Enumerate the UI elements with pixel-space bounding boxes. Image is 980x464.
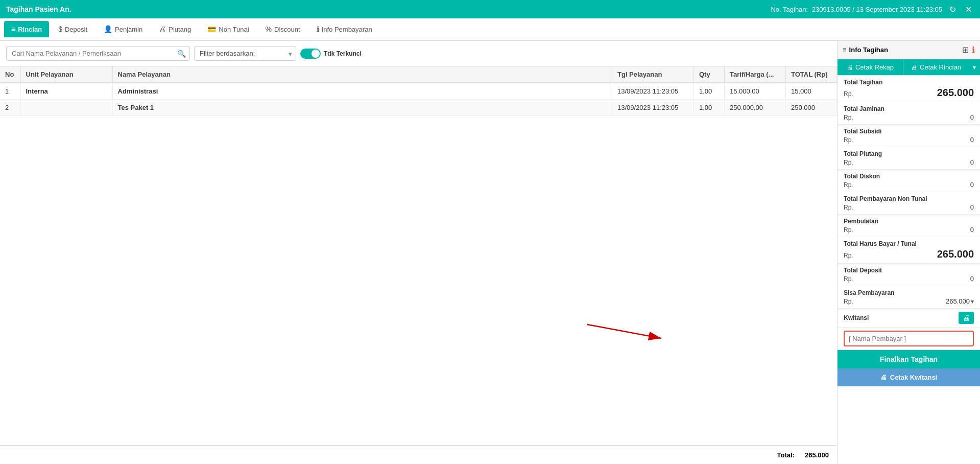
summary-currency-0: Rp.	[844, 90, 853, 98]
toggle-wrap: Tdk Terkunci	[300, 49, 362, 59]
summary-currency-7: Rp.	[844, 252, 853, 259]
table-wrap: No Unit Pelayanan Nama Pelayanan Tgl Pel…	[0, 66, 837, 445]
invoice-label: No. Tagihan: 230913.0005 / 13 September …	[771, 6, 942, 13]
search-wrap: 🔍	[6, 46, 190, 61]
summary-label-2: Total Subsidi	[844, 128, 974, 135]
filter-select[interactable]: Filter berdasarkan:	[194, 46, 296, 61]
cell-no: 2	[0, 100, 20, 116]
summary-value-6: 0	[970, 226, 974, 234]
summary-value-1: 0	[970, 113, 974, 121]
cell-tarif: 15.000,00	[725, 83, 786, 100]
summary-label-0: Total Tagihan	[844, 79, 974, 86]
tab-rincian[interactable]: ≡ Rincian	[4, 21, 49, 37]
tab-info-pembayaran[interactable]: ℹ Info Pembayaran	[309, 21, 379, 37]
info-icon: ℹ	[317, 25, 319, 33]
summary-label-8: Total Deposit	[844, 267, 974, 274]
rincian-icon: ≡	[11, 25, 15, 33]
non-tunai-icon: 💳	[207, 25, 216, 33]
summary-item-6: PembulatanRp.0	[838, 215, 980, 237]
summary-currency-3: Rp.	[844, 159, 853, 166]
filter-wrap: Filter berdasarkan: ▾	[194, 46, 296, 61]
panel-header: ≡ Info Tagihan ⊞ ℹ	[838, 41, 980, 59]
page-title: Tagihan Pasien An.	[6, 5, 71, 13]
col-tarif: Tarif/Harga (...	[725, 66, 786, 83]
col-no: No	[0, 66, 20, 83]
cell-tgl: 13/09/2023 11:23:05	[612, 83, 694, 100]
summary-value-2: 0	[970, 136, 974, 144]
info-circle-icon[interactable]: ℹ	[972, 45, 975, 55]
printer3-icon: 🖨	[880, 374, 887, 381]
table-body: 1InternaAdministrasi13/09/2023 11:23:051…	[0, 83, 837, 116]
summary-label-3: Total Piutang	[844, 150, 974, 157]
cetak-rincian-button[interactable]: 🖨 Cetak Rincian	[903, 59, 969, 75]
col-tgl: Tgl Pelayanan	[612, 66, 694, 83]
print-buttons: 🖨 Cetak Rekap 🖨 Cetak Rincian ▾	[838, 59, 980, 76]
tab-non-tunai[interactable]: 💳 Non Tunai	[200, 21, 256, 37]
deposit-icon: $	[58, 25, 62, 33]
cell-unit: Interna	[20, 83, 112, 100]
table-header: No Unit Pelayanan Nama Pelayanan Tgl Pel…	[0, 66, 837, 83]
summary-value-8: 0	[970, 275, 974, 283]
summary-value-3: 0	[970, 158, 974, 166]
col-unit: Unit Pelayanan	[20, 66, 112, 83]
summary-label-7: Total Harus Bayar / Tunai	[844, 240, 974, 247]
cell-nama: Administrasi	[112, 83, 612, 100]
summary-currency-8: Rp.	[844, 275, 853, 283]
tab-discount[interactable]: % Discount	[258, 21, 307, 37]
summary-item-8: Total DepositRp.0	[838, 264, 980, 286]
summary-item-0: Total TagihanRp.265.000	[838, 76, 980, 102]
kwitansi-section: Kwitansi 🖨	[838, 309, 980, 328]
summary-value-9: 265.000	[946, 297, 970, 305]
table-row: 1InternaAdministrasi13/09/2023 11:23:051…	[0, 83, 837, 100]
summary-label-9: Sisa Pembayaran	[844, 289, 974, 296]
summary-item-9: Sisa PembayaranRp.265.000▾	[838, 286, 980, 309]
finalize-button[interactable]: Finalkan Tagihan	[838, 350, 980, 368]
nama-pembayar-input[interactable]	[844, 331, 974, 346]
summary-item-4: Total DiskonRp.0	[838, 170, 980, 192]
summary-label-6: Pembulatan	[844, 218, 974, 225]
tab-penjamin[interactable]: 👤 Penjamin	[97, 21, 150, 37]
summary-label-5: Total Pembayaran Non Tunai	[844, 195, 974, 202]
kwitansi-label: Kwitansi	[844, 314, 869, 321]
summary-item-2: Total SubsidiRp.0	[838, 125, 980, 147]
refresh-button[interactable]: ↻	[947, 4, 958, 15]
table-row: 2Tes Paket 113/09/2023 11:23:051,00250.0…	[0, 100, 837, 116]
summary-value-0: 265.000	[937, 87, 974, 99]
piutang-icon: 🖨	[159, 25, 166, 33]
print-kwitansi-button[interactable]: 🖨 Cetak Kwitansi	[838, 368, 980, 386]
summary-container: Total TagihanRp.265.000Total JaminanRp.0…	[838, 76, 980, 309]
toggle-switch[interactable]	[300, 49, 321, 59]
main-layout: 🔍 Filter berdasarkan: ▾ Tdk Terkunci No …	[0, 41, 980, 464]
penjamin-icon: 👤	[104, 25, 112, 33]
summary-currency-9: Rp.	[844, 298, 853, 305]
top-header: Tagihan Pasien An. No. Tagihan: 230913.0…	[0, 0, 980, 18]
cetak-dropdown-button[interactable]: ▾	[969, 59, 980, 75]
summary-label-1: Total Jaminan	[844, 105, 974, 112]
search-input[interactable]	[6, 46, 190, 61]
toggle-label: Tdk Terkunci	[324, 50, 362, 57]
cell-total: 250.000	[786, 100, 837, 116]
kwitansi-print-button[interactable]: 🖨	[959, 312, 974, 324]
nama-pembayar-section	[838, 328, 980, 350]
close-button[interactable]: ✕	[963, 4, 974, 15]
summary-currency-5: Rp.	[844, 204, 853, 211]
col-nama: Nama Pelayanan	[112, 66, 612, 83]
cell-nama: Tes Paket 1	[112, 100, 612, 116]
tab-piutang[interactable]: 🖨 Piutang	[152, 21, 198, 37]
cell-tgl: 13/09/2023 11:23:05	[612, 100, 694, 116]
search-icon: 🔍	[177, 50, 186, 58]
summary-item-7: Total Harus Bayar / TunaiRp.265.000	[838, 237, 980, 264]
list-icon: ≡	[843, 46, 847, 54]
tab-deposit[interactable]: $ Deposit	[51, 21, 94, 37]
summary-item-3: Total PiutangRp.0	[838, 147, 980, 170]
calculator-icon[interactable]: ⊞	[962, 45, 969, 55]
sisa-dropdown-button[interactable]: ▾	[971, 298, 974, 305]
cell-qty: 1,00	[694, 100, 725, 116]
cell-unit	[20, 100, 112, 116]
col-total: TOTAL (Rp)	[786, 66, 837, 83]
cell-tarif: 250.000,00	[725, 100, 786, 116]
col-qty: Qty	[694, 66, 725, 83]
cetak-rekap-button[interactable]: 🖨 Cetak Rekap	[838, 59, 903, 75]
panel-title: ≡ Info Tagihan	[843, 46, 888, 54]
summary-currency-6: Rp.	[844, 226, 853, 234]
